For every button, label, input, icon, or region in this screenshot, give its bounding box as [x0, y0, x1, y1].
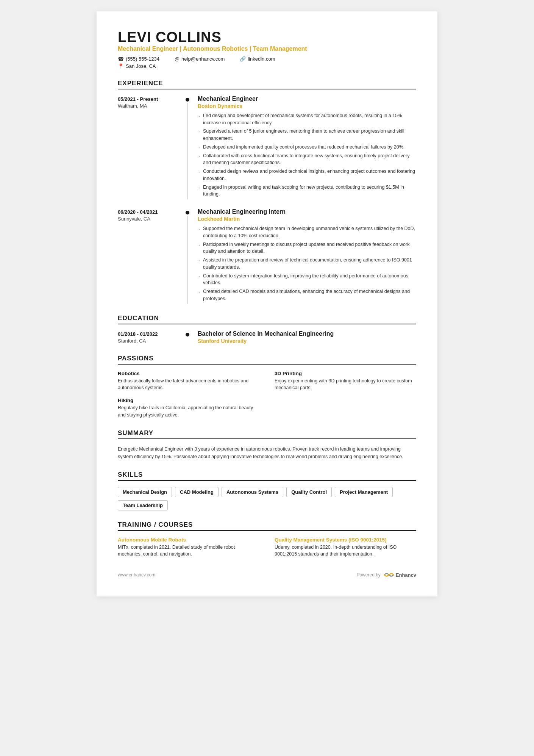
header: LEVI COLLINS Mechanical Engineer | Auton…: [118, 30, 416, 69]
education-entry-1: 01/2018 - 01/2022 Stanford, CA Bachelor …: [118, 330, 416, 344]
exp-dot-1: [186, 98, 189, 102]
exp-dot-2: [186, 211, 189, 214]
training-grid: Autonomous Mobile Robots MITx, completed…: [118, 537, 416, 558]
edu-date-col-1: 01/2018 - 01/2022 Stanford, CA: [118, 330, 184, 344]
exp-bullet-1-4: Conducted design reviews and provided te…: [198, 168, 416, 182]
experience-job-1: 05/2021 - Present Waltham, MA Mechanical…: [118, 95, 416, 199]
location-contact: 📍 San Jose, CA: [118, 63, 416, 69]
skill-tag-4: Project Management: [335, 487, 393, 497]
passion-title-0: Robotics: [118, 371, 259, 376]
exp-date-col-1: 05/2021 - Present Waltham, MA: [118, 95, 184, 199]
exp-date-col-2: 06/2020 - 04/2021 Sunnyvale, CA: [118, 208, 184, 304]
skill-tag-1: CAD Modeling: [175, 487, 219, 497]
exp-bullet-2-0: Supported the mechanical design team in …: [198, 225, 416, 239]
exp-job-title-1: Mechanical Engineer: [198, 95, 416, 102]
candidate-name: LEVI COLLINS: [118, 30, 416, 45]
passions-grid: Robotics Enthusiastically follow the lat…: [118, 371, 416, 419]
exp-content-2: Mechanical Engineering Intern Lockheed M…: [191, 208, 416, 304]
footer-powered: Powered by Enhancv: [356, 571, 416, 578]
header-contacts: ☎ (555) 555-1234 @ help@enhancv.com 🔗 li…: [118, 56, 416, 62]
exp-job-title-2: Mechanical Engineering Intern: [198, 208, 416, 215]
location-icon: 📍: [118, 63, 124, 69]
skill-tag-5: Team Leadership: [118, 500, 168, 510]
exp-bullets-1: Led design and development of mechanical…: [198, 112, 416, 198]
training-title-0: Autonomous Mobile Robots: [118, 537, 259, 543]
passions-section-title: PASSIONS: [118, 355, 416, 365]
edu-content-1: Bachelor of Science in Mechanical Engine…: [191, 330, 416, 344]
experience-section-title: EXPERIENCE: [118, 80, 416, 89]
skills-section-title: SKILLS: [118, 471, 416, 481]
exp-location-2: Sunnyvale, CA: [118, 216, 184, 222]
edu-location-1: Stanford, CA: [118, 338, 184, 344]
exp-company-2: Lockheed Martin: [198, 216, 416, 222]
training-course-1: Quality Management Systems (ISO 9001:201…: [275, 537, 416, 558]
training-course-0: Autonomous Mobile Robots MITx, completed…: [118, 537, 259, 558]
passion-desc-1: Enjoy experimenting with 3D printing tec…: [275, 377, 416, 392]
training-section-title: TRAINING / COURSES: [118, 521, 416, 531]
edu-dot-col-1: [184, 330, 191, 344]
exp-bullet-2-4: Created detailed CAD models and simulati…: [198, 288, 416, 302]
enhancv-logo-icon: [384, 571, 394, 578]
skill-tag-3: Quality Control: [286, 487, 332, 497]
education-section-title: EDUCATION: [118, 315, 416, 324]
footer-website: www.enhancv.com: [118, 572, 155, 578]
summary-section-title: SUMMARY: [118, 429, 416, 439]
phone-number: (555) 555-1234: [126, 56, 159, 62]
exp-bullet-1-0: Led design and development of mechanical…: [198, 112, 416, 127]
exp-dates-1: 05/2021 - Present: [118, 96, 184, 102]
exp-bullet-1-3: Collaborated with cross-functional teams…: [198, 152, 416, 167]
exp-bullet-1-1: Supervised a team of 5 junior engineers,…: [198, 128, 416, 142]
enhancv-logo: Enhancv: [384, 571, 416, 578]
training-provider-0: MITx, completed in 2021. Detailed study …: [118, 544, 259, 558]
exp-bullet-1-5: Engaged in proposal writing and task sco…: [198, 184, 416, 198]
enhancv-brand-name: Enhancv: [396, 572, 416, 578]
experience-section: EXPERIENCE 05/2021 - Present Waltham, MA…: [118, 80, 416, 304]
skill-tag-0: Mechanical Design: [118, 487, 172, 497]
passion-title-1: 3D Printing: [275, 371, 416, 376]
skill-tag-2: Autonomous Systems: [222, 487, 283, 497]
skills-tags: Mechanical Design CAD Modeling Autonomou…: [118, 487, 416, 510]
edu-dates-1: 01/2018 - 01/2022: [118, 331, 184, 337]
passions-section: PASSIONS Robotics Enthusiastically follo…: [118, 355, 416, 419]
summary-text: Energetic Mechanical Engineer with 3 yea…: [118, 445, 416, 460]
education-section: EDUCATION 01/2018 - 01/2022 Stanford, CA…: [118, 315, 416, 344]
phone-contact: ☎ (555) 555-1234: [118, 56, 159, 62]
summary-section: SUMMARY Energetic Mechanical Engineer wi…: [118, 429, 416, 460]
linkedin-contact: 🔗 linkedin.com: [240, 56, 275, 62]
passion-title-2: Hiking: [118, 398, 259, 403]
location-text: San Jose, CA: [126, 63, 156, 69]
exp-bullet-2-1: Participated in weekly meetings to discu…: [198, 241, 416, 255]
passion-desc-2: Regularly hike trails in California, app…: [118, 404, 259, 419]
passion-item-0: Robotics Enthusiastically follow the lat…: [118, 371, 259, 392]
passion-desc-0: Enthusiastically follow the latest advan…: [118, 377, 259, 392]
exp-line-2: [187, 216, 188, 304]
training-section: TRAINING / COURSES Autonomous Mobile Rob…: [118, 521, 416, 558]
edu-school-1: Stanford University: [198, 338, 416, 344]
exp-bullets-2: Supported the mechanical design team in …: [198, 225, 416, 302]
powered-by-label: Powered by: [356, 572, 380, 578]
exp-content-1: Mechanical Engineer Boston Dynamics Led …: [191, 95, 416, 199]
exp-dates-2: 06/2020 - 04/2021: [118, 209, 184, 215]
exp-bullet-2-2: Assisted in the preparation and review o…: [198, 257, 416, 271]
email-contact: @ help@enhancv.com: [175, 56, 225, 62]
exp-location-1: Waltham, MA: [118, 103, 184, 109]
email-icon: @: [175, 56, 180, 62]
linkedin-url: linkedin.com: [248, 56, 275, 62]
training-title-1: Quality Management Systems (ISO 9001:201…: [275, 537, 416, 543]
exp-bullet-2-3: Contributed to system integration testin…: [198, 272, 416, 287]
experience-job-2: 06/2020 - 04/2021 Sunnyvale, CA Mechanic…: [118, 208, 416, 304]
resume-container: LEVI COLLINS Mechanical Engineer | Auton…: [97, 11, 437, 596]
exp-dot-col-1: [184, 95, 191, 199]
resume-footer: www.enhancv.com Powered by Enhancv: [118, 571, 416, 578]
passion-item-2: Hiking Regularly hike trails in Californ…: [118, 398, 259, 419]
exp-company-1: Boston Dynamics: [198, 103, 416, 109]
linkedin-icon: 🔗: [240, 56, 246, 62]
phone-icon: ☎: [118, 56, 124, 62]
exp-dot-col-2: [184, 208, 191, 304]
training-provider-1: Udemy, completed in 2020. In-depth under…: [275, 544, 416, 558]
edu-dot-1: [186, 333, 189, 337]
passion-item-1: 3D Printing Enjoy experimenting with 3D …: [275, 371, 416, 392]
candidate-title: Mechanical Engineer | Autonomous Robotic…: [118, 45, 416, 52]
edu-degree-1: Bachelor of Science in Mechanical Engine…: [198, 330, 416, 337]
exp-line-1: [187, 103, 188, 199]
